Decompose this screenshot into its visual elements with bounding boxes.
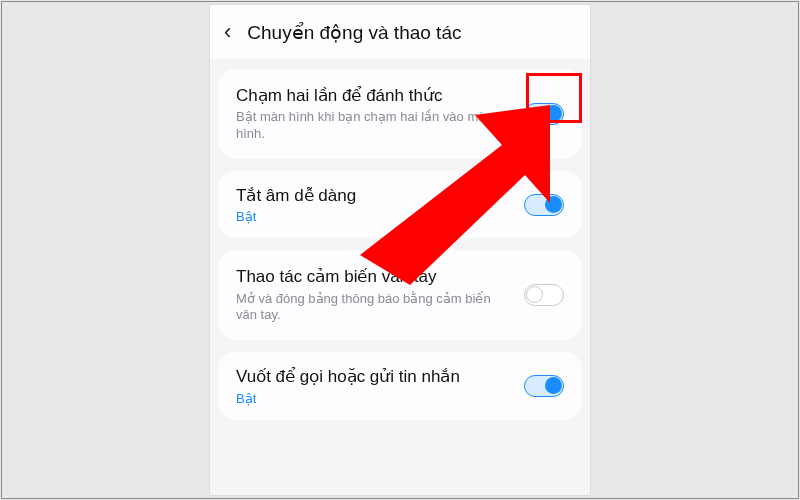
back-icon[interactable]: ‹ — [224, 21, 231, 43]
setting-title: Vuốt để gọi hoặc gửi tin nhắn — [236, 366, 512, 387]
toggle-double-tap-wake[interactable] — [524, 103, 564, 125]
screenshot-frame: ‹ Chuyển động và thao tác Chạm hai lần đ… — [1, 1, 799, 499]
setting-text: Vuốt để gọi hoặc gửi tin nhắn Bật — [236, 366, 512, 405]
setting-row-easy-mute[interactable]: Tắt âm dễ dàng Bật — [218, 171, 582, 238]
setting-title: Thao tác cảm biến vân tay — [236, 266, 512, 287]
setting-status: Bật — [236, 391, 512, 406]
setting-row-fingerprint-gesture[interactable]: Thao tác cảm biến vân tay Mở và đóng bản… — [218, 250, 582, 340]
setting-text: Chạm hai lần để đánh thức Bật màn hình k… — [236, 85, 512, 143]
page-title: Chuyển động và thao tác — [247, 21, 461, 44]
app-header: ‹ Chuyển động và thao tác — [210, 5, 590, 59]
setting-row-double-tap-wake[interactable]: Chạm hai lần để đánh thức Bật màn hình k… — [218, 69, 582, 159]
setting-title: Tắt âm dễ dàng — [236, 185, 512, 206]
toggle-fingerprint-gesture[interactable] — [524, 284, 564, 306]
settings-list: Chạm hai lần để đánh thức Bật màn hình k… — [210, 59, 590, 420]
setting-text: Tắt âm dễ dàng Bật — [236, 185, 512, 224]
setting-description: Mở và đóng bảng thông báo bằng cảm biến … — [236, 291, 512, 325]
setting-row-swipe-call-message[interactable]: Vuốt để gọi hoặc gửi tin nhắn Bật — [218, 352, 582, 419]
setting-title: Chạm hai lần để đánh thức — [236, 85, 512, 106]
phone-screen: ‹ Chuyển động và thao tác Chạm hai lần đ… — [210, 5, 590, 495]
toggle-swipe-call-message[interactable] — [524, 375, 564, 397]
setting-description: Bật màn hình khi bạn chạm hai lần vào mà… — [236, 109, 512, 143]
setting-text: Thao tác cảm biến vân tay Mở và đóng bản… — [236, 266, 512, 324]
toggle-easy-mute[interactable] — [524, 194, 564, 216]
setting-status: Bật — [236, 209, 512, 224]
